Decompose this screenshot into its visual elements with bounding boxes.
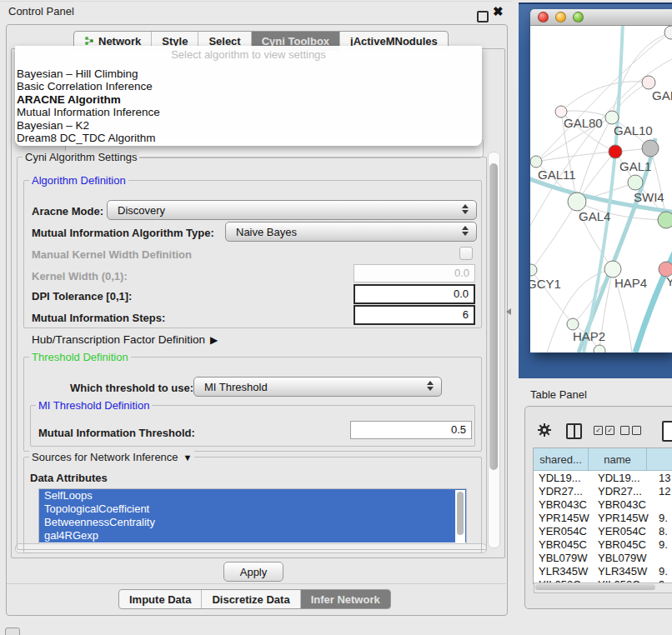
mi-steps-field[interactable]: 6 — [354, 305, 475, 325]
network-node[interactable] — [642, 140, 659, 157]
kernel-width-label: Kernel Width (0,1): — [32, 270, 128, 282]
network-node[interactable] — [664, 26, 672, 39]
algorithm-option[interactable]: ARACNE Algorithm — [17, 93, 480, 106]
zoom-window-icon[interactable] — [573, 12, 584, 22]
table-row[interactable]: YDL19...YDL19...13 — [534, 472, 672, 485]
manual-kernel-checkbox[interactable] — [459, 247, 473, 260]
dpi-tolerance-field[interactable]: 0.0 — [354, 284, 475, 304]
table-panel-title: Table Panel — [530, 388, 587, 401]
algorithm-option[interactable]: Basic Correlation Inference — [17, 80, 480, 92]
table-row[interactable]: YDR27...YDR27...12 — [534, 485, 672, 498]
algorithm-select-popup: Select algorithm to view settings Bayesi… — [15, 46, 482, 146]
table-header-row: shared... name — [534, 448, 672, 471]
table-cell: YLR345W — [593, 565, 655, 578]
table-cell: YLR345W — [534, 565, 593, 578]
deselect-all-columns-icon[interactable] — [620, 426, 641, 435]
mi-type-select[interactable]: Naive Bayes — [225, 222, 477, 242]
data-attribute-item[interactable]: SelfLoops — [39, 489, 466, 502]
network-node[interactable] — [568, 192, 586, 211]
tab-discretize-data[interactable]: Discretize Data — [202, 590, 300, 608]
network-node[interactable] — [594, 345, 605, 352]
split-pane-collapse-icon[interactable] — [506, 308, 511, 315]
algorithm-option[interactable]: Bayesian – Hill Climbing — [17, 68, 480, 80]
network-node[interactable] — [567, 318, 579, 330]
settings-scrollbar-thumb[interactable] — [489, 163, 498, 470]
table-cell — [655, 498, 672, 512]
show-column-panel-icon[interactable] — [566, 423, 582, 439]
apply-button[interactable]: Apply — [223, 562, 283, 582]
float-panel-icon[interactable] — [477, 11, 489, 22]
aracne-mode-select[interactable]: Discovery — [107, 200, 477, 220]
close-window-icon[interactable] — [538, 12, 549, 22]
table-cell — [655, 552, 672, 565]
hub-definition-expander[interactable]: Hub/Transcription Factor Definition — [32, 333, 218, 346]
data-attributes-list[interactable]: SelfLoopsTopologicalCoefficientBetweenne… — [38, 488, 467, 544]
table-cell: YDR27... — [593, 485, 655, 498]
node-label: GAL1 — [619, 159, 651, 173]
table-cell: 8. — [655, 525, 672, 538]
attr-list-scrollbar-thumb[interactable] — [457, 492, 464, 535]
kernel-width-field[interactable]: 0.0 — [354, 264, 475, 282]
table-cell: YBR045C — [593, 538, 655, 552]
node-label: GAL2 — [652, 88, 672, 102]
bottom-separator — [7, 583, 506, 584]
table-cell: YBR043C — [593, 498, 655, 512]
network-node[interactable] — [628, 175, 643, 190]
attr-list-scrollbar[interactable] — [455, 490, 465, 542]
minimized-panel-icon[interactable] — [5, 628, 20, 635]
table-row[interactable]: YBR043CYBR043C — [534, 498, 672, 512]
table-cell: YDR27... — [534, 485, 593, 498]
network-canvas[interactable]: GAL2GAL80GAL10GAL11GAL1SWI4GAL4GCY1HAP4Y… — [530, 26, 672, 352]
network-node[interactable] — [609, 145, 622, 158]
control-panel-title: Control Panel — [8, 5, 74, 18]
close-panel-icon[interactable]: ✖ — [493, 4, 504, 19]
aracne-mode-label: Aracne Mode: — [32, 205, 103, 218]
network-node[interactable] — [530, 156, 542, 168]
table-settings-gear-icon[interactable] — [537, 422, 552, 441]
table-cell: YPR145W — [534, 512, 593, 525]
which-threshold-select[interactable]: MI Threshold — [193, 377, 442, 397]
minimize-window-icon[interactable] — [555, 12, 566, 22]
node-label: Y — [666, 274, 672, 288]
table-row[interactable]: YLR345WYLR345W9. — [534, 565, 672, 578]
table-cell: 12 — [655, 485, 672, 498]
tab-impute-data[interactable]: Impute Data — [119, 590, 202, 608]
table-hscrollbar-thumb[interactable] — [535, 584, 655, 590]
table-row[interactable]: YBL079WYBL079W — [534, 552, 672, 565]
data-attribute-item[interactable]: gal4RGexp — [39, 529, 466, 542]
tab-infer-network[interactable]: Infer Network — [301, 590, 390, 608]
select-all-columns-icon[interactable]: ✓✓ — [594, 426, 614, 435]
table-cell: YBR043C — [534, 498, 593, 512]
table-cell: YER054C — [593, 525, 655, 538]
column-header-name[interactable]: name — [589, 448, 647, 471]
algorithm-option[interactable]: Dream8 DC_TDC Algorithm — [17, 132, 480, 144]
column-header-shared-name[interactable]: shared... — [534, 448, 589, 471]
table-row[interactable]: YER054CYER054C8. — [534, 525, 672, 538]
network-node[interactable] — [642, 76, 655, 89]
node-label: GAL11 — [538, 168, 576, 182]
new-table-icon[interactable] — [662, 421, 672, 442]
node-label: SWI4 — [634, 190, 664, 204]
table-cell: 13 — [655, 472, 672, 485]
network-node[interactable] — [530, 264, 537, 276]
network-window-titlebar[interactable] — [530, 9, 672, 26]
network-node[interactable] — [658, 212, 672, 228]
table-row[interactable]: YBR045CYBR045C9. — [534, 538, 672, 552]
network-window[interactable]: GAL2GAL80GAL10GAL11GAL1SWI4GAL4GCY1HAP4Y… — [530, 9, 672, 352]
mi-type-label: Mutual Information Algorithm Type: — [32, 227, 214, 239]
table-row[interactable]: YPR145WYPR145W9. — [534, 512, 672, 525]
algorithm-option[interactable]: Mutual Information Inference — [17, 106, 480, 118]
combo-arrows-icon — [427, 381, 434, 391]
data-attribute-item[interactable]: BetweennessCentrality — [39, 516, 466, 529]
sources-group-title[interactable]: Sources for Network Inference — [29, 451, 194, 463]
dpi-tolerance-label: DPI Tolerance [0,1]: — [32, 290, 132, 302]
mi-threshold-field[interactable]: 0.5 — [350, 421, 472, 439]
column-header-third[interactable] — [647, 448, 672, 471]
algorithm-option[interactable]: Bayesian – K2 — [17, 119, 480, 132]
node-label: GAL80 — [564, 116, 603, 130]
combo-arrows-icon — [462, 226, 469, 236]
which-threshold-label: Which threshold to use: — [70, 382, 193, 394]
network-node[interactable] — [604, 261, 621, 278]
network-node[interactable] — [605, 111, 619, 124]
data-attribute-item[interactable]: TopologicalCoefficient — [39, 502, 466, 516]
